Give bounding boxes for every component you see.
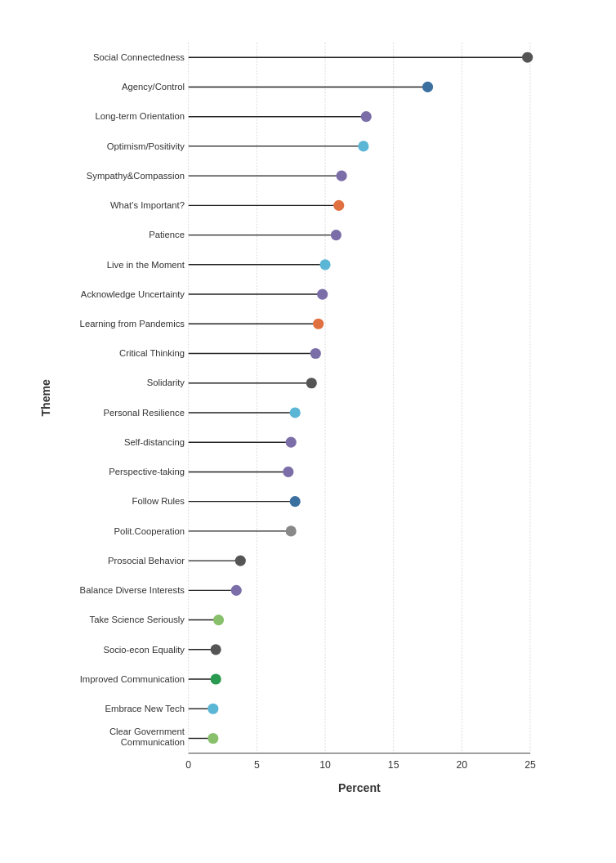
- svg-text:Social Connectedness: Social Connectedness: [93, 52, 185, 62]
- svg-point-52: [290, 407, 301, 418]
- svg-text:Take Science Seriously: Take Science Seriously: [90, 615, 185, 624]
- svg-text:Sympathy&Compassion: Sympathy&Compassion: [87, 171, 185, 181]
- svg-text:Agency/Control: Agency/Control: [122, 82, 185, 92]
- svg-point-73: [213, 615, 224, 625]
- svg-point-49: [306, 378, 317, 388]
- svg-point-28: [337, 171, 347, 181]
- svg-point-76: [211, 644, 221, 655]
- svg-text:25: 25: [524, 759, 536, 771]
- svg-point-64: [286, 525, 297, 536]
- svg-text:15: 15: [388, 759, 400, 771]
- svg-point-34: [331, 230, 341, 240]
- svg-point-37: [319, 259, 330, 270]
- chart-container: 0510152025PercentThemeSocial Connectedne…: [14, 15, 602, 848]
- svg-point-79: [211, 673, 221, 684]
- svg-text:Socio-econ Equality: Socio-econ Equality: [103, 645, 185, 655]
- svg-point-40: [317, 288, 328, 299]
- svg-point-31: [333, 200, 344, 211]
- svg-text:Theme: Theme: [39, 379, 52, 417]
- svg-text:Live in the Moment: Live in the Moment: [107, 260, 185, 270]
- svg-point-82: [208, 704, 218, 714]
- svg-point-22: [361, 111, 372, 122]
- svg-text:5: 5: [254, 759, 260, 771]
- svg-point-61: [290, 496, 301, 507]
- svg-text:Personal Resilience: Personal Resilience: [103, 408, 185, 418]
- svg-text:0: 0: [185, 759, 191, 771]
- svg-point-58: [283, 467, 293, 477]
- svg-point-46: [310, 348, 321, 359]
- svg-point-67: [235, 556, 246, 566]
- svg-point-19: [422, 82, 433, 92]
- svg-text:Optimism/Positivity: Optimism/Positivity: [107, 141, 185, 151]
- svg-text:10: 10: [319, 759, 331, 771]
- svg-text:Percent: Percent: [338, 781, 381, 794]
- svg-text:Self-distancing: Self-distancing: [124, 437, 185, 447]
- svg-text:Improved Communication: Improved Communication: [80, 674, 185, 684]
- svg-text:Critical Thinking: Critical Thinking: [119, 348, 185, 358]
- lollipop-chart: 0510152025PercentThemeSocial Connectedne…: [30, 31, 569, 799]
- svg-text:Balance Diverse Interests: Balance Diverse Interests: [80, 585, 185, 595]
- svg-text:Patience: Patience: [149, 230, 185, 239]
- svg-text:Long-term Orientation: Long-term Orientation: [95, 111, 185, 121]
- svg-text:Prosocial Behavior: Prosocial Behavior: [108, 556, 185, 566]
- svg-text:Learning from Pandemics: Learning from Pandemics: [80, 319, 185, 329]
- svg-point-70: [231, 585, 242, 596]
- svg-text:Clear Government: Clear Government: [109, 727, 185, 736]
- svg-point-16: [522, 52, 533, 63]
- svg-point-55: [286, 437, 297, 448]
- svg-text:Acknowledge Uncertainty: Acknowledge Uncertainty: [81, 289, 185, 299]
- svg-point-85: [208, 733, 218, 744]
- svg-text:Perspective-taking: Perspective-taking: [109, 467, 185, 476]
- svg-text:Solidarity: Solidarity: [147, 378, 185, 387]
- svg-point-43: [313, 319, 324, 329]
- svg-text:Communication: Communication: [121, 737, 185, 747]
- svg-text:Follow Rules: Follow Rules: [132, 496, 185, 506]
- svg-text:What's Important?: What's Important?: [110, 200, 185, 210]
- svg-text:Polit.Cooperation: Polit.Cooperation: [114, 526, 185, 536]
- svg-text:Embrace New Tech: Embrace New Tech: [105, 704, 185, 713]
- svg-text:20: 20: [457, 759, 468, 771]
- svg-point-25: [358, 141, 368, 151]
